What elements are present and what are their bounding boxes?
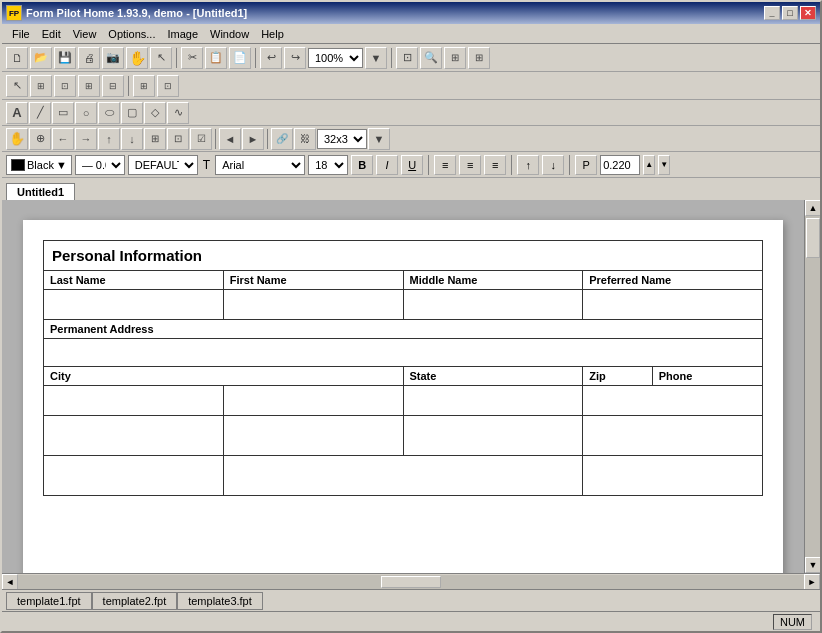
print-btn[interactable]: 🖨 bbox=[78, 47, 100, 69]
inner-minimize-btn[interactable]: _ bbox=[764, 6, 780, 20]
fit-page-btn[interactable]: ⊡ bbox=[396, 47, 418, 69]
bottom-tab-2[interactable]: template2.fpt bbox=[92, 592, 178, 610]
scroll-track[interactable] bbox=[805, 216, 820, 557]
cut-btn[interactable]: ✂ bbox=[181, 47, 203, 69]
line-tool[interactable]: ╱ bbox=[29, 102, 51, 124]
grid-size-dropdown[interactable]: ▼ bbox=[368, 128, 390, 150]
first-name-label: First Name bbox=[223, 271, 403, 290]
sep3 bbox=[391, 48, 392, 68]
hscroll-right-btn[interactable]: ► bbox=[804, 574, 820, 590]
menu-options[interactable]: Options... bbox=[102, 26, 161, 42]
clone-tool[interactable]: ⊡ bbox=[167, 128, 189, 150]
line-width-select[interactable]: — 0.02" — 0.01" — 0.03" — 0.05" bbox=[75, 155, 125, 175]
align-top-tool[interactable]: ⊟ bbox=[102, 75, 124, 97]
tab-untitled1[interactable]: Untitled1 bbox=[6, 183, 75, 201]
dist-h-btn[interactable]: ⊞ bbox=[133, 75, 155, 97]
scroll-down-btn[interactable]: ▼ bbox=[805, 557, 820, 573]
checkbox-tool[interactable]: ☑ bbox=[190, 128, 212, 150]
align-right-tool[interactable]: ⊞ bbox=[78, 75, 100, 97]
text-tool[interactable]: A bbox=[6, 102, 28, 124]
zoom-select[interactable]: 100% 50% 75% 125% 150% 200% bbox=[308, 48, 363, 68]
color-picker-btn[interactable]: Black ▼ bbox=[6, 155, 72, 175]
poly-tool[interactable]: ◇ bbox=[144, 102, 166, 124]
sep1 bbox=[176, 48, 177, 68]
move-tool[interactable]: ⊕ bbox=[29, 128, 51, 150]
inner-close-btn[interactable]: ✕ bbox=[800, 6, 816, 20]
align-center-btn[interactable]: ≡ bbox=[459, 155, 481, 175]
nav-prev-btn[interactable]: ◄ bbox=[219, 128, 241, 150]
arrow-right-tool[interactable]: → bbox=[75, 128, 97, 150]
hscroll-track[interactable] bbox=[18, 575, 804, 589]
underline-btn[interactable]: U bbox=[401, 155, 423, 175]
bottom-tab-3[interactable]: template3.fpt bbox=[177, 592, 263, 610]
circle-tool[interactable]: ○ bbox=[75, 102, 97, 124]
font-size-select[interactable]: 18 81012 141620 242836 bbox=[308, 155, 348, 175]
bottom-tab-1[interactable]: template1.fpt bbox=[6, 592, 92, 610]
cursor-btn[interactable]: ↖ bbox=[150, 47, 172, 69]
hscroll-thumb[interactable] bbox=[381, 576, 441, 588]
menu-view[interactable]: View bbox=[67, 26, 103, 42]
scan-btn[interactable]: 📷 bbox=[102, 47, 124, 69]
zoom-dropdown-btn[interactable]: ▼ bbox=[365, 47, 387, 69]
grid-size-select[interactable]: 32x32 16x16 8x8 bbox=[317, 129, 367, 149]
select-btn[interactable]: ↖ bbox=[6, 75, 28, 97]
paragraph-btn[interactable]: P bbox=[575, 155, 597, 175]
name-data-row bbox=[44, 290, 763, 320]
sep5 bbox=[215, 129, 216, 149]
menu-edit[interactable]: Edit bbox=[36, 26, 67, 42]
menu-help[interactable]: Help bbox=[255, 26, 290, 42]
hscroll-left-btn[interactable]: ◄ bbox=[2, 574, 18, 590]
canvas-area[interactable]: Personal Information Last Name First Nam… bbox=[2, 200, 804, 573]
align-left-btn[interactable]: ≡ bbox=[434, 155, 456, 175]
stamp-tool[interactable]: ⊞ bbox=[144, 128, 166, 150]
arrow-up-tool[interactable]: ↑ bbox=[98, 128, 120, 150]
hand2-tool[interactable]: ✋ bbox=[6, 128, 28, 150]
scroll-up-btn[interactable]: ▲ bbox=[805, 200, 820, 216]
menu-window[interactable]: Window bbox=[204, 26, 255, 42]
italic-btn[interactable]: I bbox=[376, 155, 398, 175]
wave-tool[interactable]: ∿ bbox=[167, 102, 189, 124]
align-left-tool[interactable]: ⊞ bbox=[30, 75, 52, 97]
link-btn[interactable]: 🔗 bbox=[271, 128, 293, 150]
paste-btn[interactable]: 📄 bbox=[229, 47, 251, 69]
scroll-thumb[interactable] bbox=[806, 218, 820, 258]
font-select[interactable]: Arial Times New Roman Courier Verdana bbox=[215, 155, 305, 175]
ellipse-tool[interactable]: ⬭ bbox=[98, 102, 120, 124]
rect-tool[interactable]: ▭ bbox=[52, 102, 74, 124]
spacing-up-btn[interactable]: ▲ bbox=[643, 155, 655, 175]
menu-file[interactable]: File bbox=[6, 26, 36, 42]
grid-btn[interactable]: ⊞ bbox=[468, 47, 490, 69]
form-page: Personal Information Last Name First Nam… bbox=[23, 220, 783, 573]
undo-btn[interactable]: ↩ bbox=[260, 47, 282, 69]
unlink-btn[interactable]: ⛓ bbox=[294, 128, 316, 150]
spacing-input[interactable] bbox=[600, 155, 640, 175]
arrow-left-tool[interactable]: ← bbox=[52, 128, 74, 150]
zoom-out-btn[interactable]: ⊞ bbox=[444, 47, 466, 69]
nav-next-btn[interactable]: ► bbox=[242, 128, 264, 150]
text-up-btn[interactable]: ↑ bbox=[517, 155, 539, 175]
align-center-tool[interactable]: ⊡ bbox=[54, 75, 76, 97]
title-bar-text: Form Pilot Home 1.93.9, demo - [Untitled… bbox=[26, 7, 764, 19]
hand-btn[interactable]: ✋ bbox=[126, 47, 148, 69]
zoom-in-btn[interactable]: 🔍 bbox=[420, 47, 442, 69]
redo-btn[interactable]: ↪ bbox=[284, 47, 306, 69]
menu-image[interactable]: Image bbox=[161, 26, 204, 42]
align-right-btn[interactable]: ≡ bbox=[484, 155, 506, 175]
save-btn[interactable]: 💾 bbox=[54, 47, 76, 69]
sep4 bbox=[128, 76, 129, 96]
open-btn[interactable]: 📂 bbox=[30, 47, 52, 69]
roundrect-tool[interactable]: ▢ bbox=[121, 102, 143, 124]
arrow-down-tool[interactable]: ↓ bbox=[121, 128, 143, 150]
text-down-btn[interactable]: ↓ bbox=[542, 155, 564, 175]
main-window: FP Form Pilot Home 1.93.9, demo - [Untit… bbox=[0, 0, 822, 633]
spacing-down-btn[interactable]: ▼ bbox=[658, 155, 670, 175]
state-label: State bbox=[403, 367, 583, 386]
new-btn[interactable]: 🗋 bbox=[6, 47, 28, 69]
copy-btn[interactable]: 📋 bbox=[205, 47, 227, 69]
extra-cell-7 bbox=[583, 456, 763, 496]
dist-v-btn[interactable]: ⊡ bbox=[157, 75, 179, 97]
zip-phone-data-cell bbox=[583, 386, 763, 416]
style-select[interactable]: DEFAULT BOLD ITALIC bbox=[128, 155, 198, 175]
bold-btn[interactable]: B bbox=[351, 155, 373, 175]
inner-maximize-btn[interactable]: □ bbox=[782, 6, 798, 20]
